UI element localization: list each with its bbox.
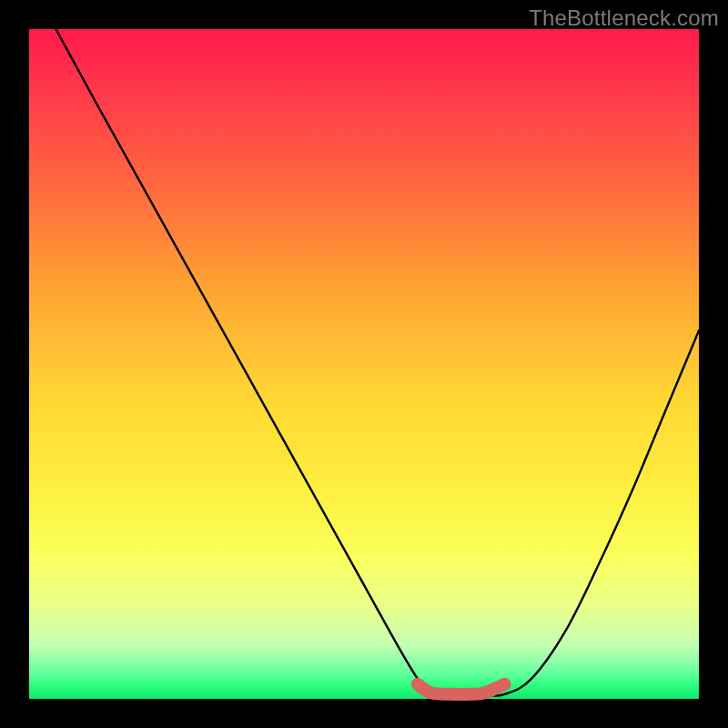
optimal-band-marker — [418, 684, 505, 694]
chart-plot-area — [29, 29, 699, 699]
chart-svg — [29, 29, 699, 699]
chart-frame: TheBottleneck.com — [0, 0, 728, 728]
bottleneck-curve — [56, 29, 699, 696]
watermark-text: TheBottleneck.com — [529, 5, 719, 31]
